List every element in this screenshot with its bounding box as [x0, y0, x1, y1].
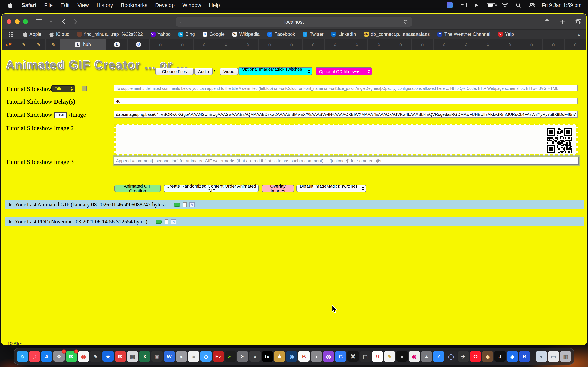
- dock-icon-tv[interactable]: tv: [261, 351, 273, 362]
- tab-favicon-2[interactable]: G: [128, 39, 150, 50]
- wifi-icon[interactable]: [501, 1, 509, 9]
- tab-star-7[interactable]: ☆: [281, 39, 303, 50]
- dock-icon-excel[interactable]: X: [139, 351, 150, 362]
- bookmark-find-minus-rep-22s-22[interactable]: find_minus....rep+%22s%22: [77, 32, 143, 37]
- tab-huh[interactable]: Lhuh: [61, 39, 106, 50]
- last-pdf-summary[interactable]: Your Last PDF (November 03 2021 06:14:56…: [5, 217, 584, 226]
- dock-icon-app-dark-1[interactable]: ✎: [90, 351, 102, 362]
- dock-icon-app-black-2[interactable]: J: [494, 351, 506, 362]
- tab-star-19[interactable]: ☆: [543, 39, 564, 50]
- gd-filters-select[interactable]: Optional GD filters++ ...: [316, 67, 372, 75]
- dock-icon-app-dark-4[interactable]: ▢: [360, 351, 371, 362]
- dock-icon-window-preview[interactable]: ▭: [548, 351, 559, 362]
- randomized-gif-button[interactable]: Create Randomized Content Order Animated…: [164, 185, 259, 192]
- dock-icon-app-brown[interactable]: ◆: [482, 351, 493, 362]
- menu-item-bookmarks[interactable]: Bookmarks: [121, 2, 147, 8]
- dock-icon-zoom[interactable]: Z: [433, 351, 444, 362]
- minimize-window-button[interactable]: [15, 19, 20, 24]
- dock-icon-messages[interactable]: ✉: [66, 351, 77, 362]
- overlay-images-button[interactable]: Overlay Images: [262, 185, 294, 192]
- share-icon[interactable]: [543, 17, 550, 26]
- video-button[interactable]: Video: [220, 68, 238, 75]
- tab-star-9[interactable]: ☆: [324, 39, 346, 50]
- dock-icon-podcasts[interactable]: ◎: [323, 351, 334, 362]
- dock-icon-app-dark-2[interactable]: ▣: [151, 351, 163, 362]
- disclosure-triangle-icon[interactable]: [9, 203, 12, 207]
- dock-icon-bluetooth[interactable]: B: [519, 351, 530, 362]
- battery-icon[interactable]: [486, 1, 495, 9]
- bookmark-icloud[interactable]: iCloud: [49, 32, 69, 37]
- reload-icon[interactable]: [402, 17, 409, 26]
- tab-editor-1[interactable]: ✎: [16, 39, 31, 50]
- imagemagick-switches-select[interactable]: Optional ImageMagick switches ...: [238, 67, 312, 75]
- tab-star-10[interactable]: ☆: [346, 39, 368, 50]
- tab-star-14[interactable]: ☆: [434, 39, 456, 50]
- tab-cpanel[interactable]: cP: [2, 39, 16, 50]
- bookmark-twitter[interactable]: tTwitter: [303, 32, 324, 37]
- menu-item-view[interactable]: View: [77, 2, 89, 8]
- tab-editor-2[interactable]: ✎: [31, 39, 46, 50]
- tab-star-1[interactable]: ☆: [150, 39, 172, 50]
- tab-star-17[interactable]: ☆: [499, 39, 521, 50]
- bookmark-facebook[interactable]: fFacebook: [268, 32, 295, 37]
- bookmark-linkedin[interactable]: inLinkedIn: [331, 32, 356, 37]
- dock-icon-pages[interactable]: ≡: [188, 351, 199, 362]
- choose-files-button[interactable]: Choose Files: [155, 68, 194, 75]
- close-window-button[interactable]: [7, 19, 11, 24]
- dock-icon-app-gray-2[interactable]: ✂: [237, 351, 249, 362]
- dock-icon-terminal[interactable]: >_: [225, 351, 236, 362]
- default-switches-select[interactable]: Default ImageMagick switches ...: [296, 185, 366, 192]
- bookmarks-overflow-icon[interactable]: »: [578, 31, 581, 37]
- menu-extra-icon[interactable]: [446, 1, 453, 9]
- data-url-input[interactable]: [114, 111, 578, 118]
- sidebar-chevron-icon[interactable]: [47, 17, 55, 26]
- tab-star-4[interactable]: ☆: [215, 39, 237, 50]
- website-settings-icon[interactable]: [179, 17, 186, 26]
- bookmark-apple[interactable]: Apple: [22, 32, 42, 37]
- dock-icon-filezilla[interactable]: Fz: [213, 351, 224, 362]
- dock-icon-facetime[interactable]: C: [335, 351, 346, 362]
- dock-icon-app-dark-5[interactable]: ◯: [445, 351, 457, 362]
- tab-star-3[interactable]: ☆: [194, 39, 215, 50]
- new-tab-icon[interactable]: [559, 17, 566, 26]
- dock-icon-settings[interactable]: ⚙: [53, 351, 65, 362]
- dock-icon-app-tan[interactable]: ★: [274, 351, 285, 362]
- tab-star-16[interactable]: ☆: [477, 39, 499, 50]
- menu-clock[interactable]: Fri 9 Jan 1:59 pm: [542, 2, 581, 8]
- audio-button[interactable]: Audio: [194, 68, 213, 75]
- sidebar-toggle-icon[interactable]: [35, 17, 43, 26]
- dock-icon-app-store[interactable]: A: [41, 351, 52, 362]
- control-center-icon[interactable]: [528, 1, 536, 9]
- dock-icon-app-dark-3[interactable]: ▲: [249, 351, 261, 362]
- tab-star-12[interactable]: ☆: [390, 39, 412, 50]
- image3-input[interactable]: [114, 157, 579, 165]
- delay-input[interactable]: [114, 98, 578, 104]
- tab-star-11[interactable]: ☆: [368, 39, 390, 50]
- tab-star-13[interactable]: ☆: [412, 39, 434, 50]
- dock-icon-downloads-folder[interactable]: ▾: [536, 351, 547, 362]
- dock-icon-app-dark-6[interactable]: ✈: [458, 351, 469, 362]
- tab-editor-3[interactable]: ✎: [46, 39, 61, 50]
- dock-icon-word[interactable]: W: [164, 351, 175, 362]
- dock-icon-app-gray-1[interactable]: ◐: [176, 351, 187, 362]
- dock-icon-calendar[interactable]: 9: [372, 351, 383, 362]
- bookmark-bing[interactable]: bBing: [178, 32, 195, 37]
- tab-star-20[interactable]: ☆: [564, 39, 586, 50]
- bookmark-yahoo[interactable]: Y!Yahoo: [150, 32, 171, 37]
- zoom-window-button[interactable]: [23, 19, 28, 24]
- dock-icon-safari[interactable]: ★: [102, 351, 114, 362]
- last-gif-summary[interactable]: Your Last Animated GIF (January 08 2026 …: [5, 200, 584, 209]
- disclosure-triangle-icon[interactable]: [9, 220, 12, 224]
- apple-menu-icon[interactable]: [7, 1, 14, 9]
- dock-icon-music[interactable]: ♫: [29, 351, 40, 362]
- dock-icon-finder[interactable]: ☺: [17, 351, 28, 362]
- bookmark-wikipedia[interactable]: WWikipedia: [232, 32, 260, 37]
- dock-icon-launchpad[interactable]: ▦: [127, 351, 138, 362]
- menu-app-name[interactable]: Safari: [22, 2, 36, 8]
- bookmark-yelp[interactable]: YYelp: [498, 32, 514, 37]
- animated-gif-creation-button[interactable]: Animated GIF Creation: [114, 185, 161, 192]
- menu-item-help[interactable]: Help: [209, 2, 220, 8]
- search-icon[interactable]: [515, 1, 522, 9]
- dock-icon-app-black-1[interactable]: ⌘: [347, 351, 359, 362]
- address-bar[interactable]: localhost: [176, 17, 412, 26]
